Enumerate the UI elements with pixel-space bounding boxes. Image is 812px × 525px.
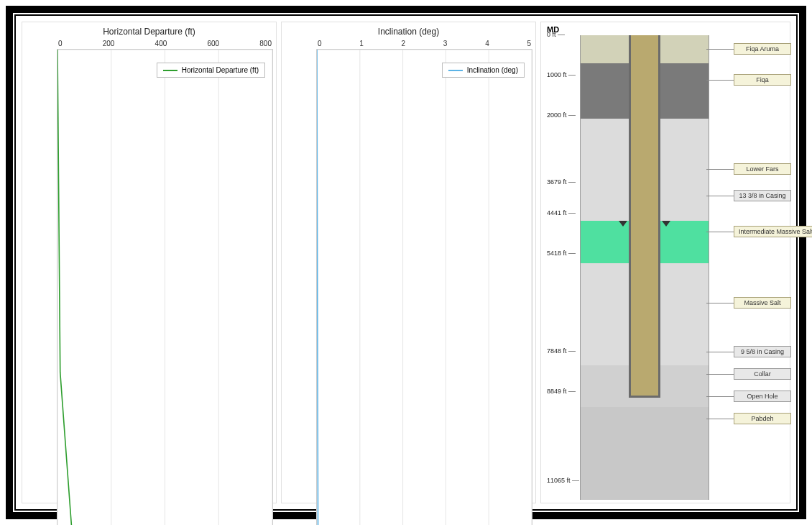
- md-tick: 4441 ft: [547, 209, 567, 216]
- label-column: Fiqa ArumaFiqaLower FarsIntermediate Mas…: [709, 25, 787, 500]
- callout-line: [706, 396, 734, 397]
- md-tick: 0 ft: [547, 31, 556, 38]
- callout-label: Fiqa: [734, 74, 791, 86]
- callout-label: 13 3/8 in Casing: [734, 190, 791, 201]
- md-tick: 8849 ft: [547, 388, 567, 395]
- legend: Horizontal Departure (ft): [157, 63, 265, 78]
- callout-label: Lower Fars: [734, 163, 791, 175]
- legend: Inclination (deg): [442, 63, 525, 78]
- well-schematic-panel: MD 0 ft1000 ft2000 ft3679 ft4441 ft5418 …: [540, 22, 790, 503]
- y-axis-label: True Vertical Depth (ft): [25, 40, 37, 525]
- plot-area: Inclination (deg): [316, 49, 532, 525]
- md-column: MD 0 ft1000 ft2000 ft3679 ft4441 ft5418 …: [544, 25, 580, 500]
- callout-label: 9 5/8 in Casing: [734, 346, 791, 357]
- chart-title: Inclination (deg): [285, 25, 532, 40]
- callout-line: [706, 232, 734, 232]
- callout-line: [706, 80, 734, 81]
- chart-panel-inclination: Inclination (deg) Measured Depth (ft) 02…: [281, 22, 536, 503]
- x-ticks: 0200400600800: [57, 40, 273, 49]
- md-tick: 2000 ft: [547, 111, 567, 119]
- callout-line: [706, 352, 734, 352]
- md-tick: 5418 ft: [547, 250, 567, 257]
- callout-label: Pabdeh: [734, 413, 791, 424]
- legend-swatch: [163, 70, 177, 71]
- callout-line: [706, 49, 734, 50]
- callout-line: [706, 374, 734, 375]
- callout-label: Collar: [734, 368, 791, 380]
- callout-label: Fiqa Aruma: [734, 43, 791, 55]
- chart-panel-departure: Horizontal Departure (ft) True Vertical …: [22, 22, 277, 503]
- md-tick: 1000 ft: [547, 71, 567, 78]
- callout-line: [706, 303, 734, 303]
- chart-title: Horizontal Departure (ft): [25, 25, 273, 40]
- x-ticks: 012345: [316, 40, 532, 49]
- callout-label: Open Hole: [734, 391, 791, 402]
- formation-layer: [581, 407, 709, 500]
- wellbore-column: [580, 35, 709, 500]
- md-tick: 3679 ft: [547, 178, 567, 186]
- legend-swatch: [448, 70, 463, 71]
- md-tick: 7848 ft: [547, 347, 567, 355]
- callout-line: [706, 419, 734, 419]
- callout-line: [706, 196, 734, 196]
- legend-label: Inclination (deg): [467, 66, 518, 74]
- y-axis-label: Measured Depth (ft): [285, 40, 296, 525]
- well-schematic: MD 0 ft1000 ft2000 ft3679 ft4441 ft5418 …: [544, 25, 787, 500]
- casing-shoe-icon: [619, 221, 627, 227]
- plot-area: Horizontal Departure (ft): [57, 49, 273, 525]
- legend-label: Horizontal Departure (ft): [182, 66, 259, 74]
- md-tick: 11065 ft: [547, 477, 571, 484]
- inner-frame: Horizontal Departure (ft) True Vertical …: [14, 14, 798, 511]
- callout-label: Massive Salt: [734, 297, 791, 309]
- wellbore: [629, 35, 660, 398]
- casing-shoe-icon: [662, 221, 670, 227]
- callout-label: Intermediate Massive Salt: [734, 226, 812, 237]
- outer-frame: Horizontal Departure (ft) True Vertical …: [6, 6, 806, 519]
- callout-line: [706, 169, 734, 170]
